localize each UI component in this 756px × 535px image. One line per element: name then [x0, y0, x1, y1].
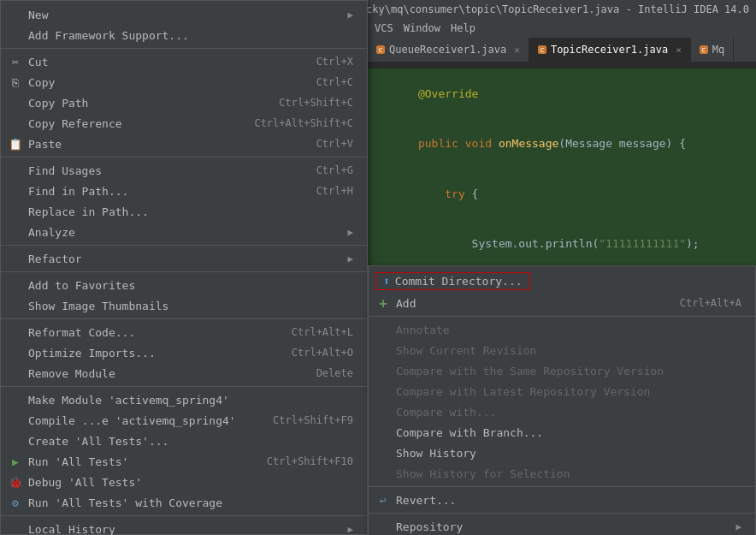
menu-item-new-arrow: ▶	[347, 9, 353, 21]
git-separator-1	[369, 316, 755, 317]
tab-close-queue[interactable]: ×	[514, 45, 520, 56]
menu-item-refactor[interactable]: Refactor ▶	[1, 248, 367, 269]
menu-item-debug-tests-label: Debug 'All Tests'	[28, 476, 353, 489]
menu-item-compare-branch-label: Compare with Branch...	[396, 426, 741, 439]
menu-item-show-history-label: Show History	[396, 447, 741, 460]
menu-item-reformat[interactable]: Reformat Code... Ctrl+Alt+L	[1, 322, 367, 342]
menu-item-analyze-arrow: ▶	[347, 227, 353, 238]
debug-icon: 🐞	[8, 476, 23, 489]
menu-item-make-module[interactable]: Make Module 'activemq_spring4'	[1, 389, 367, 410]
menu-item-local-history-label: Local History	[28, 523, 347, 536]
menu-item-annotate-label: Annotate	[396, 324, 741, 336]
menu-item-local-history-arrow: ▶	[347, 524, 353, 535]
menu-item-debug-tests[interactable]: 🐞 Debug 'All Tests'	[1, 472, 367, 492]
menu-item-remove-module[interactable]: Remove Module Delete	[1, 363, 367, 383]
add-icon: +	[375, 295, 391, 312]
menu-item-remove-module-shortcut: Delete	[316, 367, 353, 379]
menu-item-copy-ref[interactable]: Copy Reference Ctrl+Alt+Shift+C	[1, 113, 367, 134]
menu-item-find-usages[interactable]: Find Usages Ctrl+G	[1, 160, 367, 181]
menu-item-show-revision-label: Show Current Revision	[396, 344, 741, 357]
menu-item-compare-branch[interactable]: Compare with Branch...	[369, 422, 755, 443]
tab-label-mq: Mq	[712, 44, 724, 56]
menu-item-add-favorites-label: Add to Favorites	[28, 279, 353, 292]
menu-item-replace-path[interactable]: Replace in Path...	[1, 201, 367, 222]
menu-item-find-usages-label: Find Usages	[28, 164, 299, 177]
menu-item-compare-with[interactable]: Compare with...	[369, 401, 755, 422]
menu-item-compile-shortcut: Ctrl+Shift+F9	[273, 414, 353, 426]
tab-icon-queue: c	[376, 45, 385, 54]
menu-window[interactable]: Window	[404, 22, 440, 34]
menu-item-commit-directory[interactable]: ⬆ Commit Directory...	[375, 272, 530, 290]
menu-item-paste[interactable]: 📋 Paste Ctrl+V	[1, 134, 367, 154]
commit-directory-wrapper: ⬆ Commit Directory...	[369, 270, 755, 293]
menu-item-new-label: New	[28, 9, 347, 21]
menu-item-run-tests-label: Run 'All Tests'	[28, 455, 250, 468]
menu-item-local-history[interactable]: Local History ▶	[1, 519, 367, 535]
separator-7	[1, 515, 367, 516]
menu-item-show-history-sel-label: Show History for Selection	[396, 467, 741, 480]
menu-item-create-tests[interactable]: Create 'All Tests'...	[1, 431, 367, 451]
menu-item-copy[interactable]: ⎘ Copy Ctrl+C	[1, 72, 367, 92]
menu-item-revert[interactable]: ↩ Revert...	[369, 490, 755, 510]
menu-item-run-coverage[interactable]: ⚙ Run 'All Tests' with Coverage	[1, 492, 367, 513]
menu-item-run-tests[interactable]: ▶ Run 'All Tests' Ctrl+Shift+F10	[1, 451, 367, 472]
copy-icon: ⎘	[8, 76, 23, 89]
separator-6	[1, 386, 367, 387]
menu-item-copy-ref-shortcut: Ctrl+Alt+Shift+C	[254, 117, 353, 129]
menu-item-copy-label: Copy	[28, 76, 299, 89]
menu-item-compare-same-label: Compare with the Same Repository Version	[396, 365, 741, 377]
menu-item-cut[interactable]: ✂ Cut Ctrl+X	[1, 51, 367, 72]
menu-item-copy-path-shortcut: Ctrl+Shift+C	[279, 97, 353, 109]
menu-item-create-tests-label: Create 'All Tests'...	[28, 435, 353, 448]
menu-item-remove-module-label: Remove Module	[28, 367, 299, 380]
separator-1	[1, 48, 367, 49]
tab-topic-receiver[interactable]: c TopicReceiver1.java ×	[529, 38, 691, 62]
menu-item-add-framework[interactable]: Add Framework Support...	[1, 25, 367, 45]
tab-label-topic: TopicReceiver1.java	[551, 44, 668, 56]
code-line-4: System.out.println("11111111111");	[368, 219, 756, 270]
menu-help[interactable]: Help	[451, 22, 475, 34]
menu-item-paste-shortcut: Ctrl+V	[316, 138, 353, 150]
menu-item-copy-path-label: Copy Path	[28, 97, 262, 110]
menu-item-new[interactable]: New ▶	[1, 4, 367, 25]
menu-item-revert-label: Revert...	[396, 494, 741, 507]
coverage-icon: ⚙	[8, 496, 23, 509]
menu-item-optimize-shortcut: Ctrl+Alt+O	[292, 347, 353, 359]
menu-item-analyze[interactable]: Analyze ▶	[1, 222, 367, 242]
menu-item-compare-latest-label: Compare with Latest Repository Version	[396, 385, 741, 398]
tab-close-topic[interactable]: ×	[676, 45, 682, 56]
menu-item-find-path[interactable]: Find in Path... Ctrl+H	[1, 181, 367, 201]
menu-item-optimize-label: Optimize Imports...	[28, 347, 275, 360]
menu-item-compare-latest[interactable]: Compare with Latest Repository Version	[369, 381, 755, 401]
git-separator-2	[369, 486, 755, 487]
menu-item-show-history-sel[interactable]: Show History for Selection	[369, 463, 755, 484]
menu-item-add[interactable]: + Add Ctrl+Alt+A	[369, 293, 755, 313]
menu-item-annotate[interactable]: Annotate	[369, 319, 755, 340]
menu-item-copy-path[interactable]: Copy Path Ctrl+Shift+C	[1, 92, 367, 113]
menu-item-replace-path-label: Replace in Path...	[28, 205, 353, 218]
menu-item-run-tests-shortcut: Ctrl+Shift+F10	[267, 455, 353, 467]
tab-mq[interactable]: c Mq	[691, 38, 734, 62]
menu-item-cut-shortcut: Ctrl+X	[316, 56, 353, 68]
menu-item-repository[interactable]: Repository ▶	[369, 516, 755, 535]
menu-item-optimize[interactable]: Optimize Imports... Ctrl+Alt+O	[1, 342, 367, 363]
menu-item-show-history[interactable]: Show History	[369, 443, 755, 463]
menu-item-add-shortcut: Ctrl+Alt+A	[680, 297, 741, 309]
menu-item-compile[interactable]: Compile ...e 'activemq_spring4' Ctrl+Shi…	[1, 410, 367, 431]
code-line-3: try {	[368, 169, 756, 219]
menu-item-add-favorites[interactable]: Add to Favorites	[1, 275, 367, 295]
tab-icon-topic: c	[538, 45, 546, 54]
separator-4	[1, 271, 367, 272]
menu-vcs[interactable]: VCS	[375, 22, 393, 34]
menu-item-show-revision[interactable]: Show Current Revision	[369, 340, 755, 360]
code-line-2: public void onMessage(Message message) {	[368, 119, 756, 169]
menu-item-show-thumbnails[interactable]: Show Image Thumbnails	[1, 295, 367, 316]
menu-item-show-thumbnails-label: Show Image Thumbnails	[28, 300, 353, 312]
menu-item-repository-arrow: ▶	[735, 521, 741, 532]
git-commit-icon: ⬆	[383, 275, 390, 288]
menu-item-compare-same[interactable]: Compare with the Same Repository Version	[369, 360, 755, 381]
tab-label-queue: QueueReceiver1.java	[389, 44, 506, 56]
menu-item-find-usages-shortcut: Ctrl+G	[316, 164, 353, 176]
menu-item-refactor-label: Refactor	[28, 253, 347, 265]
tab-queue-receiver[interactable]: c QueueReceiver1.java ×	[368, 38, 529, 62]
